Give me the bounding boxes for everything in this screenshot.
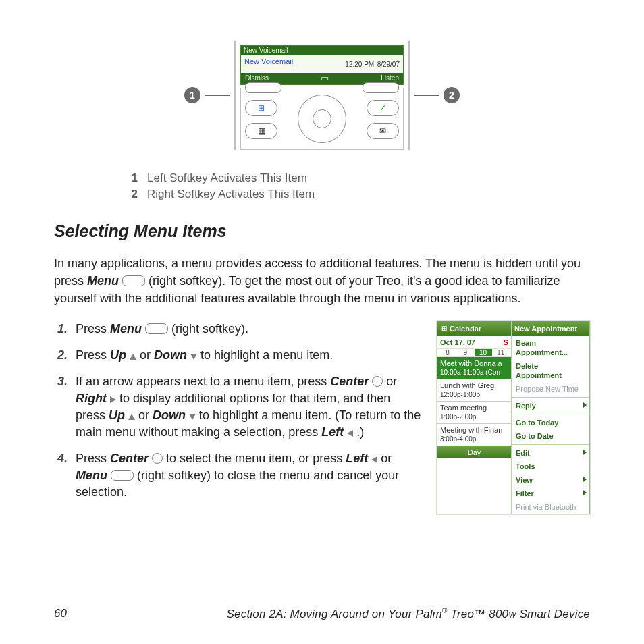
softkey-icon	[111, 470, 134, 481]
step-text: or	[140, 348, 154, 362]
calendar-event: Team meeting1:00p-2:00p	[437, 402, 511, 424]
calendar-menu-item: Go to Today	[512, 416, 589, 429]
center-keyword: Center	[330, 375, 369, 388]
calendar-menu-header: New Appointment	[512, 321, 589, 336]
hw-softkey-left	[245, 82, 281, 93]
step-2: 2 Press Up or Down to highlight a menu i…	[54, 347, 423, 364]
down-keyword: Down	[153, 408, 186, 422]
step-1: 1 Press Menu (right softkey).	[54, 321, 423, 338]
softkey-icon	[145, 323, 168, 334]
up-icon	[128, 414, 135, 420]
ok-key: ✓	[367, 100, 399, 116]
step-text: .)	[356, 425, 364, 439]
submenu-arrow-icon	[583, 477, 587, 482]
step-text: Press	[76, 348, 110, 362]
calendar-menu-item: Go to Date	[512, 429, 589, 443]
left-keyword: Left	[346, 452, 368, 465]
section-heading: Selecting Menu Items	[54, 221, 590, 241]
calendar-menu-item: Edit	[512, 446, 589, 460]
left-icon	[347, 430, 353, 437]
down-icon	[189, 414, 196, 420]
callout-1-line	[205, 95, 230, 96]
step-4: 4 Press Center to select the menu item, …	[54, 450, 423, 501]
calendar-title: Calendar	[450, 324, 481, 333]
calendar-menu-item: Filter	[512, 487, 589, 500]
legend-row: 1 Left Softkey Activates This Item	[128, 170, 590, 186]
step-3: 3 If an arrow appears next to a menu ite…	[54, 373, 423, 441]
calendar-menu-item: Reply	[512, 399, 589, 412]
windows-flag-icon: ⊞	[441, 324, 447, 333]
callout-1-bubble: 1	[184, 87, 200, 103]
center-keyword: Center	[110, 452, 149, 465]
step-text: or	[138, 408, 153, 422]
hw-softkey-right	[363, 82, 399, 93]
figure-legend: 1 Left Softkey Activates This Item 2 Rig…	[128, 170, 590, 203]
step-text: or	[381, 452, 392, 465]
calendar-titlebar: ⊞ Calendar	[437, 321, 511, 336]
right-icon	[110, 396, 116, 403]
step-text: Press	[76, 322, 110, 336]
device-outline: New Voicemail New Voicemail 12:20 PM 8/2…	[234, 41, 410, 150]
calendar-softbar: Day	[437, 446, 511, 458]
calendar-key: ▦	[245, 123, 277, 139]
submenu-arrow-icon	[583, 490, 587, 495]
step-text: or	[386, 375, 397, 388]
submenu-arrow-icon	[583, 402, 587, 408]
step-text: If an arrow appears next to a menu item,…	[76, 375, 330, 388]
menu-keyword: Menu	[87, 274, 119, 288]
right-keyword: Right	[76, 392, 107, 405]
calendar-menu-item: Beam Appointment...	[512, 336, 589, 359]
calendar-menu-item: View	[512, 473, 589, 487]
steps-list: 1 Press Menu (right softkey). 2 Press Up…	[54, 321, 423, 514]
softkey-icon	[122, 275, 145, 286]
device-screen: New Voicemail New Voicemail 12:20 PM 8/2…	[240, 45, 404, 85]
step-text: (right softkey).	[171, 322, 248, 336]
voicemail-link: New Voicemail	[244, 57, 293, 70]
calendar-menu-item: Delete Appointment	[512, 359, 589, 382]
calendar-menu-item: Propose New Time	[512, 382, 589, 396]
left-keyword: Left	[321, 425, 344, 439]
center-icon	[152, 453, 163, 464]
center-icon	[372, 376, 383, 387]
dpad	[298, 95, 346, 143]
screen-titlebar: New Voicemail	[241, 46, 403, 55]
legend-text: Left Softkey Activates This Item	[147, 170, 307, 186]
screen-date: 8/29/07	[377, 61, 400, 68]
calendar-menu-item: Print via Bluetooth	[512, 500, 589, 514]
start-key: ⊞	[245, 100, 277, 116]
device-softkey-figure: 1 New Voicemail New Voicemail 12:20 PM 8…	[54, 41, 590, 150]
calendar-event: Lunch with Greg12:00p-1:00p	[437, 379, 511, 402]
calendar-week-header: 8 9 10 11	[437, 349, 511, 357]
calendar-event: Meet with Donna a10:00a-11:00a (Con	[437, 357, 511, 379]
calendar-screenshot: ⊞ Calendar Oct 17, 07 S 8 9 10 11 Meet w…	[437, 321, 590, 514]
page-number: 60	[54, 607, 67, 621]
intro-paragraph: In many applications, a menu provides ac…	[54, 254, 590, 307]
screen-time: 12:20 PM	[345, 61, 374, 68]
legend-num: 2	[128, 186, 138, 203]
down-keyword: Down	[154, 348, 187, 362]
up-icon	[130, 354, 136, 360]
step-text: to select the menu item, or press	[166, 452, 346, 465]
step-text: to highlight a menu item. (To return to …	[76, 408, 421, 439]
footer-section-title: Section 2A: Moving Around on Your Palm® …	[227, 607, 590, 621]
device-keypad: ⊞ ✓ ▦ ✉	[240, 88, 404, 150]
callout-2-line	[414, 95, 439, 96]
menu-keyword: Menu	[110, 322, 142, 336]
step-text: Press	[76, 452, 110, 465]
up-keyword: Up	[110, 348, 126, 362]
mail-key: ✉	[367, 123, 399, 139]
callout-2-bubble: 2	[444, 87, 460, 103]
calendar-date: Oct 17, 07 S	[437, 336, 511, 349]
legend-text: Right Softkey Activates This Item	[147, 186, 315, 203]
down-icon	[190, 354, 197, 360]
up-keyword: Up	[109, 408, 125, 422]
legend-row: 2 Right Softkey Activates This Item	[128, 186, 590, 203]
page-footer: 60 Section 2A: Moving Around on Your Pal…	[54, 607, 590, 621]
calendar-menu-item: Tools	[512, 460, 589, 473]
calendar-day-label: S	[504, 338, 508, 347]
menu-keyword: Menu	[76, 468, 107, 482]
submenu-arrow-icon	[583, 450, 587, 455]
calendar-event: Meeting with Finan3:00p-4:00p	[437, 424, 511, 446]
step-text: to highlight a menu item.	[200, 348, 333, 362]
left-icon	[371, 456, 377, 463]
